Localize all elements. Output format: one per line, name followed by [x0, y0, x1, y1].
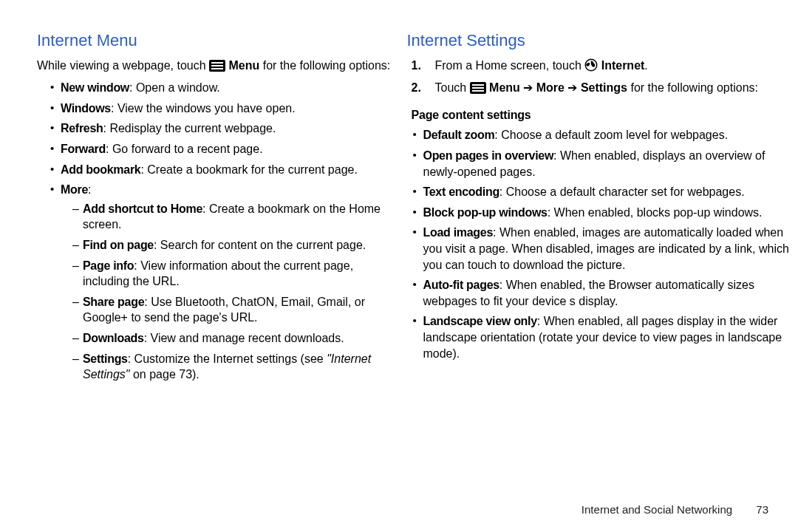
step2-tail: for the following options:: [627, 81, 758, 94]
desc-a: : Customize the Internet settings (see: [128, 352, 327, 365]
desc: : When enabled, blocks pop-up windows.: [548, 206, 763, 219]
internet-label: Internet: [601, 59, 645, 72]
menu-label: Menu: [228, 59, 259, 72]
list-item: Add shortcut to Home: Create a bookmark …: [72, 201, 392, 233]
term: Downloads: [83, 332, 144, 344]
list-item: Load images: When enabled, images are au…: [412, 225, 798, 273]
desc-b: on page 73).: [130, 368, 200, 381]
svg-rect-3: [211, 68, 223, 69]
settings-label: Settings: [581, 81, 627, 94]
list-item: Find on page: Search for content on the …: [72, 237, 392, 253]
list-item: Default zoom: Choose a default zoom leve…: [412, 127, 798, 143]
desc: : Open a window.: [129, 81, 220, 94]
svg-rect-2: [211, 65, 223, 66]
list-item: Auto-fit pages: When enabled, the Browse…: [412, 277, 798, 309]
list-item: Page info: View information about the cu…: [72, 258, 392, 290]
desc: : Create a bookmark for the current page…: [140, 163, 357, 176]
term: Settings: [83, 352, 128, 365]
list-item: Landscape view only: When enabled, all p…: [412, 313, 798, 361]
heading-internet-menu: Internet Menu: [37, 30, 392, 52]
step-number: 2.: [411, 80, 420, 96]
desc: : Choose a default character set for web…: [499, 185, 745, 198]
term: Add bookmark: [61, 163, 140, 176]
desc: : Search for content on the current page…: [154, 239, 366, 251]
term: Auto-fit pages: [423, 279, 499, 291]
footer-section: Internet and Social Networking: [582, 503, 732, 516]
desc: : View and manage recent downloads.: [144, 332, 344, 344]
term: Load images: [423, 226, 493, 239]
term: Default zoom: [423, 129, 494, 141]
term: Add shortcut to Home: [83, 202, 202, 215]
svg-rect-8: [472, 87, 484, 89]
list-item: Windows: View the windows you have open.: [50, 100, 392, 117]
term: Share page: [83, 296, 144, 308]
term: More: [61, 183, 88, 196]
step-item: 2. Touch Menu ➔ More ➔ Settings for the …: [429, 80, 798, 98]
menu-options-list: New window: Open a window. Windows: View…: [37, 80, 392, 383]
heading-internet-settings: Internet Settings: [406, 30, 798, 52]
intro-left: While viewing a webpage, touch Menu for …: [37, 58, 392, 76]
list-item: New window: Open a window.: [50, 80, 392, 96]
menu-icon: [470, 82, 486, 98]
term: Text encoding: [423, 185, 499, 198]
term: Open pages in overview: [423, 149, 553, 162]
settings-options-list: Default zoom: Choose a default zoom leve…: [406, 127, 798, 361]
arrow: ➔: [520, 81, 536, 94]
footer-page-number: 73: [756, 503, 768, 516]
list-item: Text encoding: Choose a default characte…: [412, 184, 798, 200]
more-label: More: [536, 81, 565, 94]
svg-rect-9: [472, 90, 484, 92]
page: Internet Menu While viewing a webpage, t…: [0, 0, 798, 532]
term: Page info: [83, 259, 134, 272]
list-item: Downloads: View and manage recent downlo…: [72, 330, 392, 347]
right-column: Internet Settings 1. From a Home screen,…: [406, 30, 798, 532]
list-item: Share page: Use Bluetooth, ChatON, Email…: [72, 294, 392, 326]
list-item: Settings: Customize the Internet setting…: [72, 351, 392, 383]
desc: : Choose a default zoom level for webpag…: [494, 129, 728, 141]
list-item: Refresh: Redisplay the current webpage.: [50, 120, 392, 137]
left-column: Internet Menu While viewing a webpage, t…: [37, 30, 406, 532]
globe-icon: [584, 58, 598, 76]
more-sublist: Add shortcut to Home: Create a bookmark …: [61, 201, 392, 383]
step-number: 1.: [411, 58, 420, 74]
term: Landscape view only: [423, 315, 536, 327]
step-item: 1. From a Home screen, touch Internet.: [429, 58, 798, 76]
term: Refresh: [61, 122, 103, 134]
term: Find on page: [83, 239, 154, 251]
menu-icon: [209, 60, 225, 76]
step-tail: .: [644, 59, 647, 72]
term: Block pop-up windows: [423, 206, 547, 219]
step-pre: From a Home screen, touch: [434, 59, 584, 72]
term: Forward: [61, 143, 106, 155]
list-item: Block pop-up windows: When enabled, bloc…: [412, 205, 798, 221]
subheading-page-content: Page content settings: [411, 107, 798, 123]
page-footer: Internet and Social Networking 73: [582, 502, 768, 517]
intro-text-a: While viewing a webpage, touch: [37, 59, 209, 72]
steps-list: 1. From a Home screen, touch Internet. 2…: [406, 58, 798, 98]
list-item: Open pages in overview: When enabled, di…: [412, 148, 798, 180]
arrow2: ➔: [565, 81, 581, 94]
term: Windows: [61, 102, 111, 115]
list-item: Forward: Go forward to a recent page.: [50, 141, 392, 157]
desc: : View the windows you have open.: [111, 102, 296, 115]
svg-rect-7: [472, 84, 484, 86]
desc: :: [88, 183, 91, 196]
list-item: Add bookmark: Create a bookmark for the …: [50, 162, 392, 178]
svg-rect-1: [211, 62, 223, 64]
term: New window: [61, 81, 129, 94]
step-pre: Touch: [434, 81, 469, 94]
list-item-more: More: Add shortcut to Home: Create a boo…: [50, 182, 392, 383]
desc: : Go forward to a recent page.: [106, 143, 263, 155]
menu-label2: Menu: [489, 81, 520, 94]
intro-text-b: for the following options:: [263, 59, 391, 72]
desc: : Redisplay the current webpage.: [103, 122, 276, 134]
